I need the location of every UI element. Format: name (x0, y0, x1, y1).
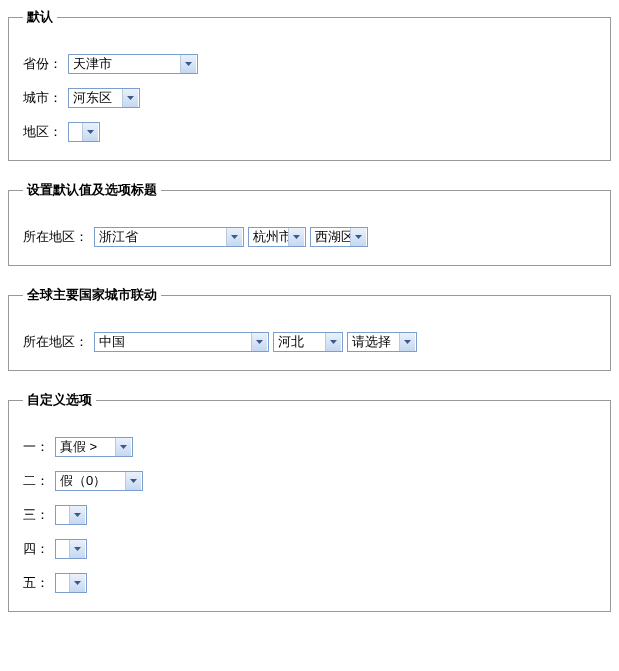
label-custom-3: 三： (23, 506, 49, 524)
label-global: 所在地区： (23, 333, 88, 351)
label-region2: 所在地区： (23, 228, 88, 246)
select-country[interactable]: 中国 (94, 332, 269, 352)
fieldset-default: 默认 省份： 天津市 城市： 河东区 地区： (8, 8, 611, 161)
chevron-down-icon (82, 123, 98, 141)
legend-defaults-title: 设置默认值及选项标题 (23, 181, 161, 199)
chevron-down-icon (125, 472, 141, 490)
select-country-value: 中国 (95, 333, 251, 351)
chevron-down-icon (251, 333, 267, 351)
legend-global: 全球主要国家城市联动 (23, 286, 161, 304)
row-city: 城市： 河东区 (23, 88, 596, 108)
row-custom-3: 三： (23, 505, 596, 525)
chevron-down-icon (69, 506, 85, 524)
chevron-down-icon (180, 55, 196, 73)
fieldset-global: 全球主要国家城市联动 所在地区： 中国 河北 请选择 (8, 286, 611, 371)
select-custom-3[interactable] (55, 505, 87, 525)
row-custom-2: 二： 假（0） (23, 471, 596, 491)
chevron-down-icon (69, 574, 85, 592)
select-city-value: 河东区 (69, 89, 122, 107)
select-city[interactable]: 河东区 (68, 88, 140, 108)
chevron-down-icon (288, 228, 304, 246)
select-province-value: 天津市 (69, 55, 180, 73)
select-global-city[interactable]: 请选择 (347, 332, 417, 352)
row-custom-5: 五： (23, 573, 596, 593)
chevron-down-icon (325, 333, 341, 351)
chevron-down-icon (350, 228, 366, 246)
row-district: 地区： (23, 122, 596, 142)
chevron-down-icon (122, 89, 138, 107)
select-custom-1[interactable]: 真假 > (55, 437, 133, 457)
row-region2: 所在地区： 浙江省 杭州市 西湖区 (23, 227, 596, 247)
select-district2-value: 西湖区 (311, 228, 350, 246)
select-custom-5[interactable] (55, 573, 87, 593)
select-custom-1-value: 真假 > (56, 438, 115, 456)
chevron-down-icon (69, 540, 85, 558)
fieldset-custom: 自定义选项 一： 真假 > 二： 假（0） 三： 四： 五： (8, 391, 611, 612)
row-province: 省份： 天津市 (23, 54, 596, 74)
label-custom-2: 二： (23, 472, 49, 490)
fieldset-defaults-title: 设置默认值及选项标题 所在地区： 浙江省 杭州市 西湖区 (8, 181, 611, 266)
select-custom-2-value: 假（0） (56, 472, 125, 490)
chevron-down-icon (226, 228, 242, 246)
row-custom-1: 一： 真假 > (23, 437, 596, 457)
select-custom-4[interactable] (55, 539, 87, 559)
select-district[interactable] (68, 122, 100, 142)
legend-custom: 自定义选项 (23, 391, 96, 409)
label-custom-4: 四： (23, 540, 49, 558)
select-region-value: 河北 (274, 333, 325, 351)
label-custom-5: 五： (23, 574, 49, 592)
select-region[interactable]: 河北 (273, 332, 343, 352)
label-custom-1: 一： (23, 438, 49, 456)
select-province[interactable]: 天津市 (68, 54, 198, 74)
chevron-down-icon (399, 333, 415, 351)
select-province2-value: 浙江省 (95, 228, 226, 246)
row-global: 所在地区： 中国 河北 请选择 (23, 332, 596, 352)
label-city: 城市： (23, 89, 62, 107)
label-district: 地区： (23, 123, 62, 141)
select-global-city-value: 请选择 (348, 333, 399, 351)
label-province: 省份： (23, 55, 62, 73)
select-city2-value: 杭州市 (249, 228, 288, 246)
legend-default: 默认 (23, 8, 57, 26)
select-custom-2[interactable]: 假（0） (55, 471, 143, 491)
chevron-down-icon (115, 438, 131, 456)
row-custom-4: 四： (23, 539, 596, 559)
select-city2[interactable]: 杭州市 (248, 227, 306, 247)
select-district2[interactable]: 西湖区 (310, 227, 368, 247)
select-province2[interactable]: 浙江省 (94, 227, 244, 247)
